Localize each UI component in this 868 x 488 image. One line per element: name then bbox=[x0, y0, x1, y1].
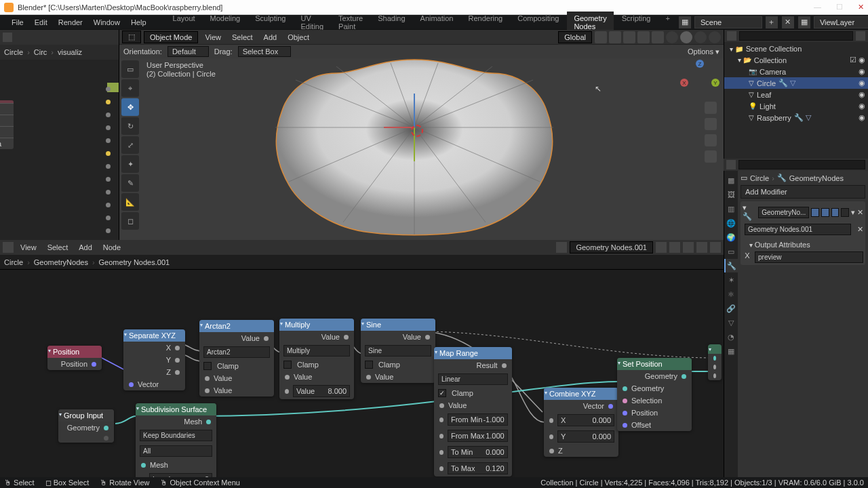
menu-render[interactable]: Render bbox=[54, 16, 87, 28]
from-min-field[interactable]: From Min-1.000 bbox=[448, 413, 508, 426]
clamp-checkbox[interactable] bbox=[283, 361, 292, 369]
node-menu-view[interactable]: View bbox=[16, 242, 41, 253]
snap-icon[interactable] bbox=[595, 31, 607, 43]
tool-move[interactable]: ✥ bbox=[121, 98, 139, 116]
node-title[interactable] bbox=[708, 344, 722, 354]
node-partial[interactable] bbox=[708, 344, 722, 380]
node-menu-add[interactable]: Add bbox=[75, 242, 96, 253]
nav-gizmo[interactable]: ZYX bbox=[680, 60, 719, 99]
scene-browse-icon[interactable]: ▦ bbox=[679, 16, 691, 28]
outliner-item-circle[interactable]: ▽ Circle 🔧 ▽ ◉ bbox=[724, 77, 868, 89]
to-max-field[interactable]: To Max0.120 bbox=[448, 462, 508, 474]
bc-object[interactable]: Circle bbox=[750, 174, 769, 182]
eye-icon[interactable]: ◉ bbox=[859, 67, 865, 76]
prop-tab-viewlayer[interactable]: ▥ bbox=[724, 202, 738, 216]
to-min-field[interactable]: To Min0.000 bbox=[448, 446, 508, 458]
maximize-button[interactable]: ☐ bbox=[836, 3, 843, 12]
mod-toggle-realtime[interactable] bbox=[821, 208, 829, 217]
node-map-range[interactable]: Map Range Result Linear Clamp Value From… bbox=[434, 347, 512, 476]
node-title[interactable]: Set Position bbox=[617, 358, 692, 370]
nodegroup-browse-icon[interactable] bbox=[556, 242, 567, 253]
node-bc-2[interactable]: Geometry Nodes.001 bbox=[99, 258, 170, 266]
node-position[interactable]: Position Position bbox=[47, 346, 102, 370]
close-button[interactable]: ✕ bbox=[858, 3, 864, 12]
vp-menu-object[interactable]: Object bbox=[283, 32, 313, 43]
node-separate-xyz[interactable]: Separate XYZ X Y Z Vector bbox=[123, 329, 185, 390]
output-attributes-label[interactable]: Output Attributes bbox=[755, 241, 810, 249]
gizmo-toggle-icon[interactable] bbox=[623, 31, 635, 43]
value-field[interactable]: Value8.000 bbox=[293, 385, 350, 397]
outliner-item-light[interactable]: 💡 Light ◉ bbox=[724, 100, 868, 112]
tool-rotate[interactable]: ↻ bbox=[121, 117, 139, 135]
shading-solid-icon[interactable] bbox=[680, 31, 692, 43]
mod-close-icon[interactable]: ✕ bbox=[857, 208, 863, 217]
shader-bc-0[interactable]: Circle bbox=[4, 48, 23, 56]
prop-tab-particles[interactable]: ✶ bbox=[724, 273, 738, 287]
filter-icon[interactable] bbox=[856, 31, 865, 41]
clamp-checkbox[interactable] bbox=[203, 362, 212, 370]
node-menu-select[interactable]: Select bbox=[43, 242, 73, 253]
boundary-dropdown[interactable]: Keep Boundaries bbox=[140, 430, 212, 441]
x-field[interactable]: X0.000 bbox=[557, 414, 614, 426]
interp-dropdown[interactable]: Linear bbox=[438, 373, 508, 385]
proportional-edit-icon[interactable] bbox=[609, 31, 621, 43]
eye-icon[interactable]: ◉ bbox=[859, 79, 865, 87]
menu-window[interactable]: Window bbox=[89, 16, 125, 28]
vp-menu-select[interactable]: Select bbox=[228, 32, 257, 43]
eye-icon[interactable]: ◉ bbox=[859, 56, 865, 64]
node-title[interactable]: Map Range bbox=[434, 347, 512, 359]
add-modifier-dropdown[interactable]: Add Modifier bbox=[741, 185, 865, 199]
snap-icon[interactable] bbox=[696, 242, 707, 253]
outliner-type-icon[interactable] bbox=[727, 31, 736, 41]
tool-transform[interactable]: ✦ bbox=[121, 155, 139, 173]
menu-file[interactable]: File bbox=[7, 16, 28, 28]
prop-tab-texture[interactable]: ▦ bbox=[724, 344, 738, 358]
clamp-checkbox[interactable] bbox=[438, 389, 446, 397]
node-bc-0[interactable]: Circle bbox=[4, 258, 23, 266]
transform-orientation[interactable]: Global bbox=[558, 31, 592, 43]
node-multiply[interactable]: Multiply Value Multiply Clamp Value Valu… bbox=[279, 319, 354, 399]
eye-icon[interactable]: ◉ bbox=[859, 113, 865, 122]
pin-icon[interactable] bbox=[656, 242, 667, 253]
node-menu-node[interactable]: Node bbox=[99, 242, 125, 253]
node-group-input[interactable]: Group Input Geometry bbox=[58, 409, 114, 443]
node-set-position[interactable]: Set Position Geometry Geometry Selection… bbox=[617, 358, 692, 431]
properties-type-icon[interactable] bbox=[726, 160, 736, 169]
shading-matprev-icon[interactable] bbox=[694, 31, 707, 43]
node-bc-1[interactable]: GeometryNodes bbox=[34, 258, 88, 266]
eye-icon[interactable]: ◉ bbox=[859, 102, 865, 110]
viewlayer-name-field[interactable] bbox=[814, 16, 868, 28]
from-max-field[interactable]: From Max1.000 bbox=[448, 430, 508, 442]
tool-annotate[interactable]: ✎ bbox=[121, 174, 139, 192]
tool-select-box[interactable]: ▭ bbox=[121, 60, 139, 78]
zoom-icon[interactable] bbox=[705, 102, 717, 114]
outliner-item-camera[interactable]: 📷 Camera ◉ bbox=[724, 66, 868, 77]
outliner-collection[interactable]: ▾ 📂 Collection ☑◉ bbox=[724, 54, 868, 66]
nodegroup-name[interactable]: Geometry Nodes.001 bbox=[570, 241, 653, 253]
menu-help[interactable]: Help bbox=[126, 16, 151, 28]
exclude-checkbox[interactable]: ☑ bbox=[850, 56, 856, 64]
prop-tab-physics[interactable]: ⚛ bbox=[724, 287, 738, 301]
attr-value-field[interactable]: preview bbox=[755, 251, 863, 263]
shader-bc-2[interactable]: visualiz bbox=[58, 48, 82, 56]
uv-smooth-dropdown[interactable]: All bbox=[140, 445, 212, 457]
node-combine-xyz[interactable]: Combine XYZ Vector X0.000 Y0.000 Z bbox=[544, 388, 618, 457]
clamp-checkbox[interactable] bbox=[365, 361, 373, 369]
tool-addcube[interactable]: ◻ bbox=[121, 212, 139, 230]
math-mode-dropdown[interactable]: Sine bbox=[365, 345, 431, 357]
prop-tab-render[interactable]: ▩ bbox=[724, 174, 738, 187]
mod-toggle-cage[interactable] bbox=[841, 208, 849, 217]
y-field[interactable]: Y0.000 bbox=[557, 430, 614, 443]
outliner-item-leaf[interactable]: ▽ Leaf ◉ bbox=[724, 89, 868, 100]
overlay-toggle-icon[interactable] bbox=[637, 31, 650, 43]
orientation-dropdown[interactable]: Default bbox=[167, 46, 209, 57]
node-arctan2[interactable]: Arctan2 Value Arctan2 Clamp Value Value bbox=[199, 320, 274, 396]
nodegroup-close-icon[interactable] bbox=[683, 242, 694, 253]
outliner-item-raspberry[interactable]: ▽ Raspberry 🔧 ▽ ◉ bbox=[724, 112, 868, 123]
node-title[interactable]: Combine XYZ bbox=[544, 388, 618, 400]
prop-tab-output[interactable]: 🖼 bbox=[724, 188, 738, 201]
shading-rendered-icon[interactable] bbox=[709, 31, 721, 43]
pan-icon[interactable] bbox=[705, 118, 717, 130]
mode-dropdown[interactable]: Object Mode bbox=[144, 31, 198, 43]
vp-menu-add[interactable]: Add bbox=[260, 32, 281, 43]
